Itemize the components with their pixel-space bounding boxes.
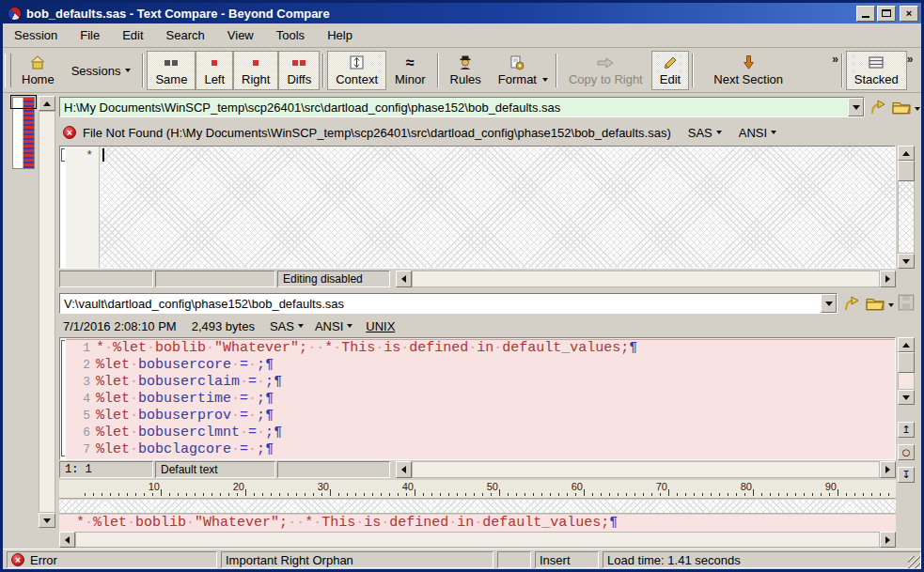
left-pane-scroll-up[interactable] [898, 146, 915, 161]
ruler-tick [178, 493, 179, 496]
path-dropdown-button[interactable] [848, 98, 864, 116]
close-button[interactable]: × [900, 6, 918, 22]
right-pane-scroll-down[interactable] [898, 390, 915, 405]
arrow-down-icon [902, 395, 910, 400]
menu-edit[interactable]: Edit [111, 25, 154, 45]
title-bar[interactable]: bob_defaults.sas - Text Compare - Beyond… [3, 3, 921, 23]
next-difference-button[interactable]: ↧ [898, 467, 915, 483]
code-token: = [240, 408, 248, 424]
sessions-button[interactable]: Sessions [63, 51, 140, 90]
swap-sides-icon[interactable] [843, 295, 862, 316]
left-pane-scroll-thumb[interactable] [898, 161, 915, 181]
format-button[interactable]: Format [490, 51, 553, 90]
overflow-chevron-icon[interactable]: » [907, 53, 914, 66]
ruler-tick [372, 493, 373, 496]
encoding-dropdown[interactable]: ANSI [739, 126, 776, 140]
right-button[interactable]: Right [233, 51, 278, 90]
copy-to-right-icon [596, 54, 615, 70]
right-pane-hscroll-right[interactable] [880, 461, 896, 478]
toolbar-separator [437, 54, 439, 87]
format-dropdown[interactable]: SAS [270, 319, 304, 333]
close-icon: × [906, 8, 912, 19]
left-scrollbar-down-button[interactable] [39, 513, 55, 528]
space-dot: · [130, 425, 138, 441]
menu-tools[interactable]: Tools [265, 25, 316, 45]
right-editor-pane[interactable]: 1*·%let·boblib·"Whatever";··*·This·is·de… [59, 337, 896, 460]
space-dot: · [206, 340, 214, 356]
diffs-button[interactable]: Diffs [278, 51, 320, 90]
ruler-label: 20 [222, 481, 244, 492]
line-ending-dropdown[interactable]: UNIX [366, 319, 395, 333]
ruler-tick [431, 493, 432, 496]
browse-dropdown-icon[interactable] [915, 107, 920, 111]
toolbar-grip[interactable] [5, 54, 11, 87]
code-token: default_values; [502, 340, 629, 356]
menu-bar: Session File Edit Search View Tools Help [3, 23, 921, 48]
right-pane-scroll-up[interactable] [898, 337, 915, 352]
context-button[interactable]: Context [327, 51, 386, 90]
right-file-path[interactable]: V:\vault\dartload_config\phase152\bob_de… [60, 297, 821, 311]
menu-session[interactable]: Session [3, 25, 69, 45]
minor-button[interactable]: ≈ Minor [386, 51, 434, 90]
left-file-path-combobox[interactable]: H:\My Documents\WinSCP_temp\scp26401\src… [59, 97, 865, 117]
main-hscroll-left[interactable] [59, 532, 75, 548]
right-file-path-combobox[interactable]: V:\vault\dartload_config\phase152\bob_de… [59, 293, 838, 314]
stacked-button[interactable]: Stacked [846, 51, 907, 90]
code-token: ; [257, 357, 265, 373]
swap-sides-icon[interactable] [869, 99, 888, 119]
previous-difference-button[interactable]: ↥ [898, 422, 915, 438]
left-pane-hscroll-right[interactable] [880, 271, 896, 287]
ruler-tick [643, 493, 644, 496]
menu-help[interactable]: Help [316, 25, 364, 45]
left-scrollbar-up-button[interactable] [39, 96, 55, 111]
text-class-label: Default text [155, 461, 275, 478]
space-dot: · [355, 515, 364, 531]
left-pane-hscroll-track[interactable] [412, 271, 880, 287]
same-button[interactable]: Same [147, 51, 196, 90]
next-section-button[interactable]: Next Section [697, 51, 800, 90]
left-editor-gutter: * [66, 147, 100, 268]
overflow-chevron-icon[interactable]: » [832, 53, 838, 66]
main-hscroll-track[interactable] [75, 532, 880, 548]
copy-to-right-button[interactable]: Copy to Right [560, 51, 651, 90]
main-hscroll-right[interactable] [880, 532, 896, 548]
left-editor-pane[interactable]: * [59, 146, 896, 269]
ruler-tick [550, 493, 551, 496]
path-dropdown-button[interactable] [821, 294, 837, 313]
right-pane-hscroll-track[interactable] [412, 461, 880, 478]
left-button[interactable]: Left [196, 51, 233, 90]
minimize-button[interactable] [856, 6, 875, 22]
right-pane-hscroll-left[interactable] [396, 461, 412, 478]
format-dropdown[interactable]: SAS [688, 126, 722, 140]
maximize-button[interactable] [877, 6, 896, 22]
code-token: in [477, 340, 493, 356]
ruler-tick [482, 493, 483, 496]
left-pane-hscroll-left[interactable] [396, 271, 412, 287]
ruler-tick [626, 493, 627, 496]
menu-view[interactable]: View [216, 25, 265, 45]
left-pane-scroll-down[interactable] [898, 254, 915, 269]
ruler-tick [347, 493, 348, 496]
save-icon[interactable] [898, 294, 915, 315]
center-difference-button[interactable]: ○ [898, 444, 915, 460]
line-number: 7 [66, 441, 96, 458]
window-title: bob_defaults.sas - Text Compare - Beyond… [26, 7, 854, 21]
browse-dropdown-icon[interactable] [888, 303, 894, 307]
left-file-path[interactable]: H:\My Documents\WinSCP_temp\scp26401\src… [60, 100, 848, 115]
ruler-tick [262, 493, 263, 496]
code-token: ; [257, 408, 265, 424]
browse-folder-icon[interactable] [866, 296, 885, 315]
code-token: bobuserprov [138, 408, 231, 424]
home-button[interactable]: Home [13, 51, 63, 90]
menu-file[interactable]: File [69, 25, 111, 45]
edit-button[interactable]: Edit [651, 51, 689, 90]
rules-button[interactable]: Rules [442, 51, 490, 90]
encoding-dropdown[interactable]: ANSI [315, 319, 352, 333]
resize-grip[interactable] [908, 556, 920, 568]
left-scrollbar-track[interactable] [39, 111, 55, 513]
status-error-segment: × Error [7, 551, 217, 568]
code-token: boblib [155, 340, 206, 356]
browse-folder-icon[interactable] [892, 100, 911, 118]
menu-search[interactable]: Search [155, 25, 216, 45]
right-pane-scroll-thumb[interactable] [898, 352, 915, 373]
